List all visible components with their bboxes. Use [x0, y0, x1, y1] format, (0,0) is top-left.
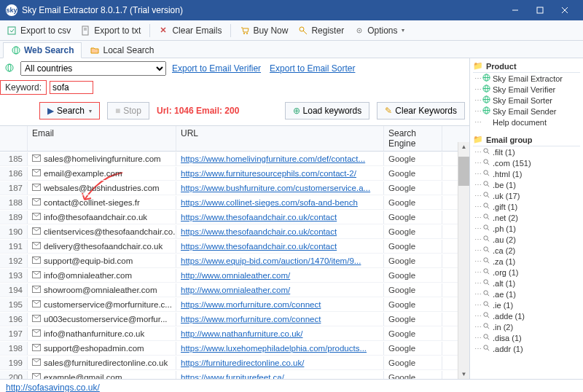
table-row[interactable]: 199sales@furnituredirectonline.co.ukhttp… [0, 356, 469, 370]
search-button[interactable]: ▶Search▾ [39, 102, 100, 119]
help-icon: ? [482, 117, 490, 127]
scrollbar[interactable]: ▲ ▼ [458, 142, 469, 379]
url-link[interactable]: https://www.furnituresourcephils.com/con… [181, 169, 356, 178]
url-link[interactable]: https://www.furniturefeet.ca/ [181, 373, 284, 380]
url-link[interactable]: https://www.equip-bid.com/auction/1470/i… [181, 256, 361, 265]
buy-now-button[interactable]: Buy Now [235, 24, 292, 37]
engine-cell: Google [384, 240, 442, 253]
url-link[interactable]: http://www.nathanfurniture.co.uk/ [181, 329, 302, 338]
product-tree-item[interactable]: ⋯Sky Email Extractor [474, 73, 580, 84]
clear-keywords-button[interactable]: ✎Clear Keywords [377, 102, 465, 119]
group-tree-item[interactable]: ⋯.ie (1) [474, 299, 580, 310]
table-row[interactable]: 197info@nathanfurniture.co.ukhttp://www.… [0, 326, 469, 341]
svg-line-62 [487, 228, 489, 230]
url-link[interactable]: https://www.homelivingfurniture.com/def/… [181, 154, 365, 163]
product-tree-item[interactable]: ⋯Sky Email Verifier [474, 84, 580, 95]
engine-cell: Google [384, 254, 442, 267]
table-row[interactable]: 198support@eshopadmin.comhttps://www.lux… [0, 341, 469, 356]
url-link[interactable]: https://www.morfurniture.com/connect [181, 315, 321, 324]
envelope-icon [32, 271, 41, 280]
export-sorter-link[interactable]: Export to Email Sorter [270, 63, 355, 74]
table-row[interactable]: 200example@gmail.comhttps://www.furnitur… [0, 370, 469, 379]
group-tree-item[interactable]: ⋯.html (1) [474, 168, 580, 179]
group-tree-item[interactable]: ⋯.adde (1) [474, 310, 580, 321]
table-row[interactable]: 192support@equip-bid.comhttps://www.equi… [0, 254, 469, 268]
country-select[interactable]: All countries [20, 61, 166, 76]
tab-web-search[interactable]: Web Search [3, 42, 82, 58]
url-link[interactable]: https://www.bushfurniture.com/customerse… [181, 184, 370, 192]
table-row[interactable]: 185sales@homelivingfurniture.comhttps://… [0, 152, 469, 166]
group-tree-item[interactable]: ⋯.ca (2) [474, 245, 580, 256]
minimize-button[interactable] [503, 0, 528, 20]
url-link[interactable]: https://furnituredirectonline.co.uk/ [181, 358, 304, 367]
table-row[interactable]: 193info@omnialeather.comhttp://www.omnia… [0, 268, 469, 283]
group-tree-item[interactable]: ⋯.gift (1) [474, 201, 580, 212]
group-tree-item[interactable]: ⋯.alt (1) [474, 278, 580, 289]
column-url[interactable]: URL [176, 126, 384, 151]
group-tree-item[interactable]: ⋯.org (1) [474, 267, 580, 278]
product-tree-item[interactable]: ⋯Sky Email Sender [474, 106, 580, 117]
group-tree-item[interactable]: ⋯.ae (1) [474, 289, 580, 299]
table-row[interactable]: 189info@thesofaandchair.co.ukhttps://www… [0, 210, 469, 224]
group-tree-item[interactable]: ⋯.addr (1) [474, 343, 580, 354]
url-link[interactable]: https://www.morfurniture.com/connect [181, 300, 321, 309]
engine-cell: Google [384, 356, 442, 369]
export-txt-button[interactable]: Export to txt [77, 24, 145, 37]
table-row[interactable]: 187websales@bushindustries.comhttps://ww… [0, 181, 469, 195]
stats-text: Url: 1046 Email: 200 [157, 106, 239, 116]
search-icon [482, 158, 490, 168]
export-txt-icon [81, 26, 91, 36]
scrollbar-thumb[interactable] [458, 157, 469, 186]
column-email[interactable]: Email [28, 126, 176, 151]
group-tree-item[interactable]: ⋯.uk (17) [474, 190, 580, 201]
group-tree-item[interactable]: ⋯.au (2) [474, 234, 580, 245]
url-link[interactable]: https://www.luxehomephiladelphia.com/pro… [181, 344, 367, 353]
envelope-icon [32, 154, 41, 163]
table-row[interactable]: 188contact@collinet-sieges.frhttps://www… [0, 195, 469, 210]
group-tree-item[interactable]: ⋯.in (2) [474, 321, 580, 332]
stop-button[interactable]: ■Stop [107, 102, 149, 119]
url-link[interactable]: https://www.thesofaandchair.co.uk/contac… [181, 213, 337, 222]
url-link[interactable]: https://www.collinet-sieges.com/sofa-and… [181, 198, 358, 207]
group-tree-item[interactable]: ⋯.com (151) [474, 157, 580, 168]
clear-emails-button[interactable]: Clear Emails [154, 24, 226, 37]
status-url[interactable]: http://sofasavings.co.uk/ [6, 383, 100, 393]
options-button[interactable]: Options▾ [350, 24, 409, 37]
column-engine[interactable]: Search Engine [384, 126, 442, 151]
product-tree-item[interactable]: ⋯?Help document [474, 117, 580, 128]
group-tree-item[interactable]: ⋯.za (1) [474, 256, 580, 267]
export-verifier-link[interactable]: Export to Email Verifier [172, 63, 261, 74]
keyword-input[interactable] [50, 81, 93, 94]
search-icon [482, 213, 490, 222]
register-button[interactable]: Register [294, 24, 348, 37]
group-tree-item[interactable]: ⋯.disa (1) [474, 332, 580, 343]
maximize-button[interactable] [528, 0, 552, 20]
table-row[interactable]: 190clientservices@thesofaandchair.co.ukh… [0, 224, 469, 239]
email-cell: contact@collinet-sieges.fr [28, 196, 176, 209]
globe-icon [4, 63, 15, 75]
group-tree-item[interactable]: ⋯.net (2) [474, 212, 580, 223]
export-csv-button[interactable]: Export to csv [3, 24, 75, 37]
group-tree-item[interactable]: ⋯.be (1) [474, 179, 580, 190]
url-link[interactable]: https://www.thesofaandchair.co.uk/contac… [181, 242, 337, 251]
url-link[interactable]: http://www.omnialeather.com/ [181, 286, 290, 294]
table-row[interactable]: 195customerservice@morfurniture.c...http… [0, 297, 469, 312]
row-number: 195 [0, 298, 28, 311]
table-row[interactable]: 194showroom@omnialeather.comhttp://www.o… [0, 283, 469, 297]
table-row[interactable]: 186email@example.comhttps://www.furnitur… [0, 166, 469, 181]
url-link[interactable]: https://www.thesofaandchair.co.uk/contac… [181, 227, 337, 236]
engine-cell: Google [384, 327, 442, 340]
group-tree-item[interactable]: ⋯.filt (1) [474, 146, 580, 157]
engine-cell: Google [384, 313, 442, 326]
tab-local-search[interactable]: Local Search [82, 42, 162, 58]
group-tree-item[interactable]: ⋯.ph (1) [474, 223, 580, 234]
search-icon [482, 267, 490, 277]
close-button[interactable] [552, 0, 577, 20]
product-tree-item[interactable]: ⋯Sky Email Sorter [474, 95, 580, 106]
search-icon [482, 224, 490, 233]
envelope-icon [32, 256, 41, 265]
load-keywords-button[interactable]: ⊕Load keywords [285, 102, 370, 119]
table-row[interactable]: 191delivery@thesofaandchair.co.ukhttps:/… [0, 239, 469, 254]
url-link[interactable]: http://www.omnialeather.com/ [181, 271, 290, 280]
table-row[interactable]: 196u003ecustomerservice@morfur...https:/… [0, 312, 469, 326]
